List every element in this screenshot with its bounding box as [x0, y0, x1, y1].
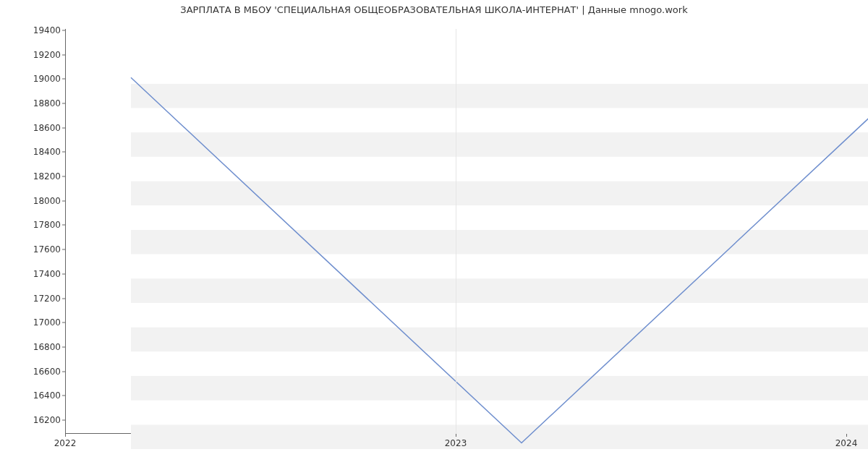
y-tick-label: 18200 — [25, 171, 61, 181]
y-tick-mark — [62, 152, 65, 153]
y-tick-label: 16600 — [25, 367, 61, 377]
grid-band — [131, 303, 868, 328]
y-tick-label: 18000 — [25, 196, 61, 206]
chart-title: ЗАРПЛАТА В МБОУ 'СПЕЦИАЛЬНАЯ ОБЩЕОБРАЗОВ… — [0, 4, 868, 15]
y-tick-label: 17000 — [25, 317, 61, 328]
y-tick-label: 19000 — [25, 74, 61, 84]
y-tick-mark — [62, 103, 65, 104]
grid-band — [131, 401, 868, 425]
grid-band — [131, 328, 868, 352]
grid-band — [131, 157, 868, 181]
chart-svg — [131, 58, 868, 463]
y-tick-mark — [62, 30, 65, 31]
grid-band — [131, 278, 868, 303]
y-tick-label: 17600 — [25, 244, 61, 255]
grid-band — [131, 424, 868, 449]
x-tick-label: 2022 — [54, 438, 77, 448]
chart-container: ЗАРПЛАТА В МБОУ 'СПЕЦИАЛЬНАЯ ОБЩЕОБРАЗОВ… — [0, 0, 868, 470]
grid-band — [131, 108, 868, 132]
y-tick-mark — [62, 225, 65, 226]
grid-band — [131, 351, 868, 376]
y-tick-label: 16200 — [25, 415, 61, 425]
y-tick-label: 17400 — [25, 269, 61, 279]
y-tick-mark — [62, 176, 65, 177]
y-tick-label: 16400 — [25, 390, 61, 401]
y-tick-mark — [62, 371, 65, 372]
grid-band — [131, 205, 868, 230]
y-tick-label: 17200 — [25, 294, 61, 304]
y-tick-mark — [62, 273, 65, 274]
grid-band — [131, 254, 868, 278]
y-tick-label: 16800 — [25, 342, 61, 352]
y-tick-mark — [62, 346, 65, 347]
x-tick-label: 2023 — [445, 438, 467, 448]
x-tick-mark — [65, 434, 66, 437]
grid-band — [131, 181, 868, 205]
y-tick-mark — [62, 79, 65, 80]
grid-band — [131, 376, 868, 401]
y-tick-label: 19400 — [25, 25, 61, 35]
grid-band — [131, 84, 868, 108]
x-tick-mark — [846, 434, 847, 437]
x-tick-label: 2024 — [835, 438, 858, 448]
y-tick-mark — [62, 396, 65, 396]
y-tick-mark — [62, 54, 65, 55]
y-tick-label: 19200 — [25, 50, 61, 60]
y-tick-label: 17800 — [25, 220, 61, 230]
y-tick-mark — [62, 200, 65, 201]
y-tick-label: 18800 — [25, 98, 61, 108]
y-tick-mark — [62, 249, 65, 250]
y-tick-mark — [62, 322, 65, 323]
x-tick-mark — [456, 434, 456, 437]
grid-band — [131, 132, 868, 157]
y-tick-label: 18400 — [25, 147, 61, 157]
x-gridline — [456, 29, 456, 434]
y-tick-label: 18600 — [25, 123, 61, 133]
grid-band — [131, 230, 868, 255]
y-tick-mark — [62, 419, 65, 420]
y-tick-mark — [62, 298, 65, 299]
grid-band — [131, 59, 868, 84]
y-tick-mark — [62, 127, 65, 128]
